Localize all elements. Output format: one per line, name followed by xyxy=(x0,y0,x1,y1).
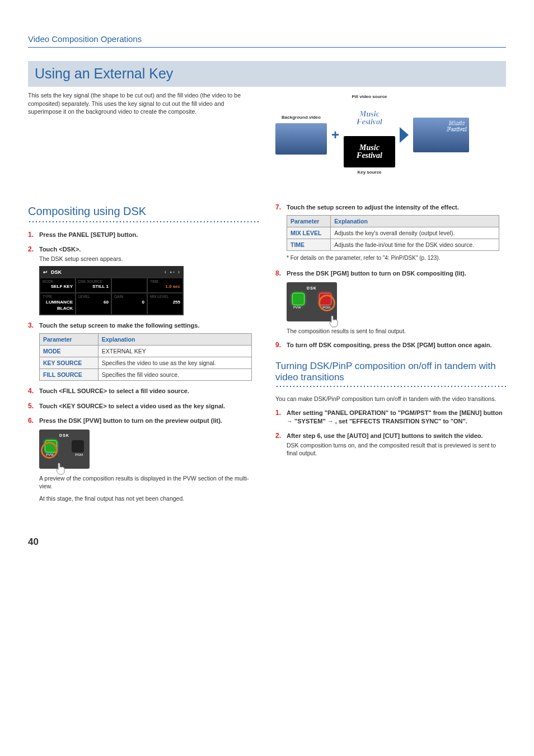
tandem-step-1: 1. After setting "PANEL OPERATION" to "P… xyxy=(275,408,506,426)
breadcrumb: Video Composition Operations xyxy=(28,34,506,48)
step-8-sub: The composition results is sent to final… xyxy=(287,327,506,335)
main-heading: Using an External Key xyxy=(28,61,506,87)
dsk-setup-screenshot: ↩ DSK ‹ ● • › MODESELF KEY DSK SOURCESTI… xyxy=(39,266,184,315)
step-9: 9. To turn off DSK compositing, press th… xyxy=(275,340,506,349)
plus-icon: + xyxy=(331,126,339,144)
bg-label: Background video xyxy=(282,115,321,121)
pgm-button-off xyxy=(72,440,84,452)
step-6-sub2: At this stage, the final output has not … xyxy=(39,494,259,502)
intro-text: This sets the key signal (the shape to b… xyxy=(28,91,241,116)
page-number: 40 xyxy=(28,536,506,549)
step-7: 7. Touch the setup screen to adjust the … xyxy=(275,203,506,212)
table-row: MODEEXTERNAL KEY xyxy=(40,345,252,357)
key-label: Key source xyxy=(357,170,381,176)
subheading-tandem: Turning DSK/PinP composition on/off in t… xyxy=(275,361,506,384)
step-2: 2. Touch <DSK>. xyxy=(28,245,259,254)
dsk-pvw-panel: DSK PVWPGM xyxy=(39,430,90,469)
subheading-compositing: Compositing using DSK xyxy=(28,204,259,219)
dotline xyxy=(28,221,259,222)
step-8: 8. Press the DSK [PGM] button to turn on… xyxy=(275,269,506,278)
fill-label: Fill video source xyxy=(352,94,387,100)
nav-right-icon: › xyxy=(178,268,180,276)
tandem-step-2: 2. After step 6, use the [AUTO] and [CUT… xyxy=(275,431,506,440)
param-table-2: ParameterExplanation MIX LEVELAdjusts th… xyxy=(287,215,499,251)
key-thumb: MusicFestival xyxy=(344,136,395,167)
step-6-sub1: A preview of the composition results is … xyxy=(39,474,259,490)
step-3: 3. Touch the setup screen to make the fo… xyxy=(28,321,259,330)
table-row: FILL SOURCESpecifies the fill video sour… xyxy=(40,369,252,381)
step-2-sub: The DSK setup screen appears. xyxy=(39,255,259,263)
nav-left-icon: ‹ xyxy=(165,268,166,276)
table-row: MIX LEVELAdjusts the key's overall densi… xyxy=(287,227,499,239)
highlight-circle-icon xyxy=(41,442,58,459)
composition-diagram: Background video + Fill video source Mus… xyxy=(275,94,506,176)
hand-pointer-icon xyxy=(55,462,68,475)
tandem-step-2-sub: DSK composition turns on, and the compos… xyxy=(287,441,506,457)
bg-thumb xyxy=(275,123,327,155)
page-dots-icon: ● • xyxy=(170,269,175,274)
step-6: 6. Press the DSK [PVW] button to turn on… xyxy=(28,416,259,425)
hand-pointer-icon xyxy=(328,315,341,328)
pvw-button-lit xyxy=(292,293,305,305)
param-table-1: ParameterExplanation MODEEXTERNAL KEY KE… xyxy=(39,333,252,381)
tandem-intro: You can make DSK/PinP composition turn o… xyxy=(275,395,506,403)
highlight-circle-icon xyxy=(318,295,335,311)
dsk-pgm-panel: DSK PVWPGM xyxy=(287,282,337,321)
step-5: 5. Touch <KEY SOURCE> to select a video … xyxy=(28,402,259,410)
footnote: * For details on the parameter, refer to… xyxy=(287,254,506,262)
dotline xyxy=(275,386,506,387)
back-icon: ↩ xyxy=(43,269,48,276)
step-1: 1. Press the PANEL [SETUP] button. xyxy=(28,230,259,239)
step-4: 4. Touch <FILL SOURCE> to select a fill … xyxy=(28,386,259,395)
arrow-right-icon xyxy=(400,127,409,143)
table-row: KEY SOURCESpecifies the video to use as … xyxy=(40,357,252,369)
composite-thumb: MusicFestival xyxy=(413,118,469,152)
table-row: TIMEAdjusts the fade-in/out time for the… xyxy=(287,239,499,251)
fill-thumb: MusicFestival xyxy=(344,102,395,134)
